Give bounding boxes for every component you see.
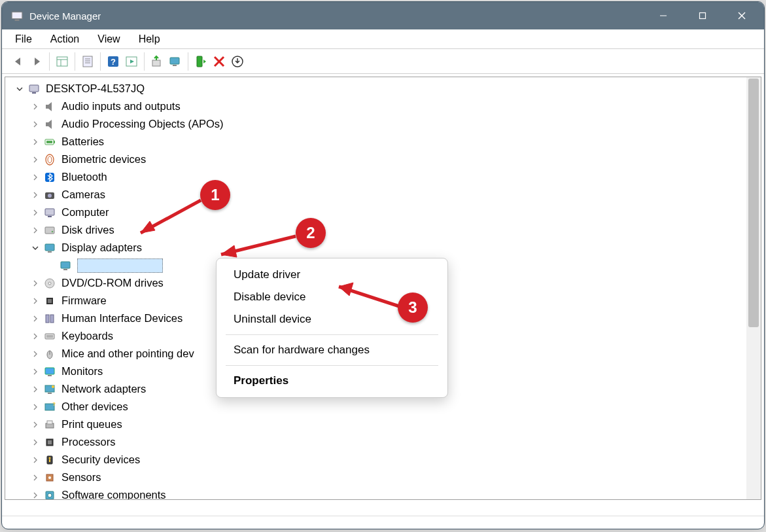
expand-chevron-icon[interactable] [30,190,41,200]
back-button[interactable] [10,53,27,70]
device-manager-window: Device Manager File Action View Help ? [1,1,765,529]
tree-node-sensors[interactable]: Sensors [14,469,761,486]
titlebar[interactable]: Device Manager [2,2,764,29]
update-driver-button[interactable] [148,53,165,70]
svg-rect-6 [57,57,67,66]
tree-node-audio-processing-objects-apos-[interactable]: Audio Processing Objects (APOs) [14,115,761,133]
svg-marker-16 [130,60,134,63]
device-category-icon [27,82,41,96]
properties-button[interactable] [79,53,96,70]
category-label: Batteries [61,136,104,147]
tree-node-print-queues[interactable]: Print queues [14,416,761,433]
expand-chevron-icon[interactable] [30,296,41,306]
tree-node-computer[interactable]: Computer [14,204,761,221]
tree-node-biometric-devices[interactable]: Biometric devices [14,151,761,168]
tree-node-bluetooth[interactable]: Bluetooth [14,168,761,186]
category-label: Network adapters [61,383,146,395]
expand-chevron-icon[interactable] [30,455,41,465]
expand-chevron-icon[interactable] [30,349,41,359]
tree-node-audio-inputs-and-outputs[interactable]: Audio inputs and outputs [14,98,761,115]
disable-device-button[interactable] [211,53,228,70]
expand-chevron-icon[interactable] [30,472,41,483]
expand-chevron-icon[interactable] [30,119,41,130]
root-label: DESKTOP-4L537JQ [46,83,145,94]
expand-chevron-icon[interactable] [30,366,41,377]
expand-chevron-icon[interactable] [30,243,41,253]
scan-hardware-button[interactable] [167,53,184,70]
svg-rect-9 [83,56,92,67]
expand-chevron-icon[interactable] [30,207,41,218]
help-button[interactable]: ? [105,53,122,70]
device-category-icon [43,347,56,361]
svg-point-30 [46,154,54,165]
svg-rect-1 [15,20,20,21]
expand-chevron-icon[interactable] [30,437,41,448]
menu-file[interactable]: File [6,32,41,46]
category-label: Print queues [61,419,122,430]
expand-chevron-icon[interactable] [30,101,41,112]
expand-chevron-icon[interactable] [30,172,41,183]
svg-point-58 [52,385,54,388]
svg-rect-62 [47,421,52,424]
tree-node-display-adapters[interactable]: Display adapters [14,239,761,257]
menu-view[interactable]: View [88,32,129,46]
category-label: Security devices [61,454,140,465]
device-category-icon [43,153,56,166]
enable-device-button[interactable] [192,53,209,70]
tree-node-disk-drives[interactable]: Disk drives [14,221,761,239]
svg-rect-49 [45,334,54,339]
device-category-icon [43,330,56,343]
svg-rect-20 [197,56,202,67]
close-button[interactable] [722,2,761,29]
maximize-button[interactable] [683,2,722,29]
tree-node-security-devices[interactable]: Security devices [14,451,761,469]
uninstall-device-button[interactable] [229,53,246,70]
expand-chevron-icon[interactable] [30,384,41,395]
svg-rect-37 [45,227,54,234]
device-category-icon: ? [43,400,56,414]
svg-rect-18 [170,58,179,64]
svg-rect-46 [48,299,52,303]
tree-node-cameras[interactable]: Cameras [14,186,761,204]
ctx-scan-hardware[interactable]: Scan for hardware changes [217,339,447,361]
tree-node-other-devices[interactable]: ?Other devices [14,398,761,416]
svg-rect-57 [48,393,52,394]
ctx-update-driver[interactable]: Update driver [217,264,447,286]
category-label: Audio Processing Objects (APOs) [61,118,224,130]
category-label: Display adapters [61,242,142,253]
category-label: Human Interface Devices [61,313,183,324]
category-label: Audio inputs and outputs [61,101,181,112]
expand-chevron-icon[interactable] [14,84,25,94]
svg-rect-48 [50,315,54,323]
device-category-icon [43,135,56,149]
tree-node-software-components[interactable]: Software components [14,486,761,500]
forward-button[interactable] [28,53,45,70]
expand-chevron-icon[interactable] [30,313,41,324]
ctx-properties[interactable]: Properties [217,370,447,392]
expand-chevron-icon[interactable] [30,154,41,165]
show-hide-tree-button[interactable] [54,53,71,70]
minimize-button[interactable] [644,2,683,29]
expand-chevron-icon[interactable] [30,331,41,342]
tree-root[interactable]: DESKTOP-4L537JQ [14,80,761,98]
svg-rect-41 [61,262,70,268]
expand-chevron-icon[interactable] [30,225,41,236]
tree-node-processors[interactable]: Processors [14,433,761,451]
scrollbar-thumb[interactable] [748,79,759,327]
tree-node-batteries[interactable]: Batteries [14,133,761,151]
menu-help[interactable]: Help [130,32,169,46]
expand-chevron-icon[interactable] [30,402,41,412]
category-label: Mice and other pointing dev [61,348,194,359]
app-icon [11,10,23,22]
menu-action[interactable]: Action [41,32,88,46]
expand-chevron-icon[interactable] [46,260,56,271]
action-button[interactable] [123,53,140,70]
vertical-scrollbar[interactable] [746,77,761,499]
expand-chevron-icon[interactable] [30,278,41,289]
menubar: File Action View Help [2,29,764,49]
status-bar [2,516,764,529]
expand-chevron-icon[interactable] [30,419,41,430]
expand-chevron-icon[interactable] [30,490,41,501]
expand-chevron-icon[interactable] [30,137,41,147]
category-label: DVD/CD-ROM drives [61,277,164,289]
